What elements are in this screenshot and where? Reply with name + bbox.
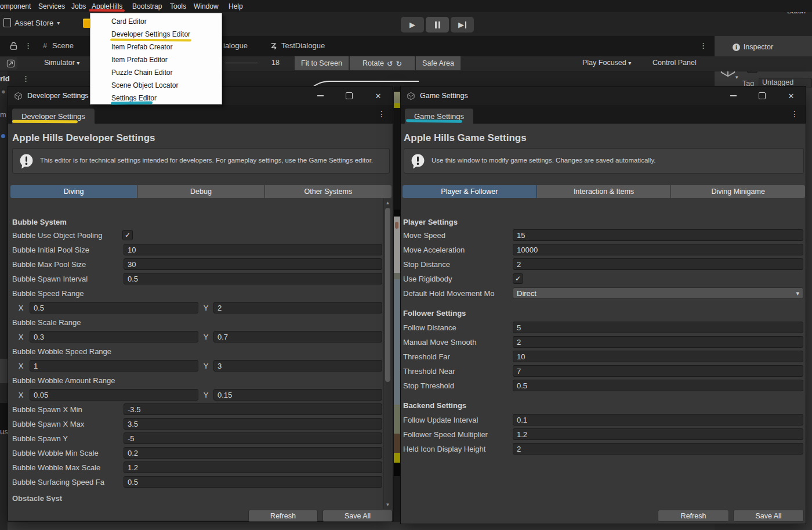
game-refresh-button[interactable]: Refresh bbox=[658, 510, 729, 522]
safe-area-button[interactable]: Safe Area bbox=[416, 56, 461, 70]
menu-item-item-prefab-editor[interactable]: Item Prefab Editor bbox=[90, 53, 222, 66]
scroll-up-icon[interactable]: ▲ bbox=[384, 200, 392, 205]
inspector-tab-label: Inspector bbox=[744, 43, 773, 51]
lock-icon[interactable] bbox=[10, 42, 17, 50]
menu-item-scene-object-locator[interactable]: Scene Object Locator bbox=[90, 79, 222, 92]
bubble-wobble-amount-x-field[interactable]: 0.05 bbox=[30, 389, 198, 401]
play-controls: ▶ ▶ bbox=[401, 17, 474, 33]
scrollbar-thumb[interactable] bbox=[385, 208, 390, 382]
scroll-down-icon[interactable]: ▼ bbox=[384, 502, 392, 507]
rotate-cw-icon[interactable]: ↻ bbox=[396, 59, 401, 68]
asset-store-button[interactable]: Asset Store ▾ bbox=[3, 18, 60, 27]
bubble-wobble-min-scale-field[interactable]: 0.2 bbox=[124, 447, 382, 459]
menu-tools[interactable]: Tools bbox=[170, 0, 186, 12]
bubble-initial-pool-field[interactable]: 10 bbox=[124, 244, 382, 255]
menu-services[interactable]: Services bbox=[38, 0, 65, 12]
tab-test-dialogue[interactable]: TestDialogue bbox=[281, 41, 325, 50]
bubble-scale-range-x-field[interactable]: 0.3 bbox=[30, 331, 198, 342]
bubble-spawn-y-field[interactable]: -5 bbox=[124, 432, 382, 444]
close-button[interactable]: ✕ bbox=[364, 86, 393, 105]
stop-distance-field[interactable]: 2 bbox=[513, 258, 803, 270]
tab-interaction-items[interactable]: Interaction & Items bbox=[537, 185, 672, 198]
minimize-button[interactable] bbox=[306, 86, 335, 105]
maximize-button[interactable] bbox=[748, 86, 777, 105]
menu-window[interactable]: Window bbox=[194, 0, 219, 12]
move-speed-field[interactable]: 15 bbox=[513, 229, 803, 241]
tab-diving-minigame[interactable]: Diving Minigame bbox=[671, 185, 805, 198]
play-focused-dropdown[interactable]: Play Focused ▾ bbox=[582, 59, 631, 67]
fit-to-screen-button[interactable]: Fit to Screen bbox=[295, 56, 349, 70]
bubble-pooling-checkbox[interactable]: ✓ bbox=[122, 230, 133, 240]
dev-save-all-button[interactable]: Save All bbox=[322, 510, 393, 522]
bubble-speed-range-x-field[interactable]: 0.5 bbox=[30, 302, 198, 313]
bubble-wobble-amount-y-field[interactable]: 0.15 bbox=[213, 389, 382, 401]
bubble-speed-range-y-field[interactable]: 2 bbox=[213, 302, 382, 313]
menu-jobs[interactable]: Jobs bbox=[71, 0, 86, 12]
x-label: X bbox=[12, 333, 30, 341]
kebab-menu-icon[interactable]: ⋮ bbox=[22, 74, 30, 83]
control-panel-button[interactable]: Control Panel bbox=[652, 59, 697, 67]
maximize-button[interactable] bbox=[335, 86, 364, 105]
dev-refresh-button[interactable]: Refresh bbox=[248, 510, 318, 522]
tab-other-systems[interactable]: Other Systems bbox=[265, 185, 392, 198]
chevron-down-icon[interactable]: ▾ bbox=[735, 74, 738, 80]
step-button[interactable]: ▶ bbox=[451, 17, 474, 33]
menu-item-item-prefab-creator[interactable]: Item Prefab Creator bbox=[90, 41, 222, 53]
bubble-surfacing-speed-field[interactable]: 0.5 bbox=[124, 476, 382, 488]
rotate-button[interactable]: Rotate ↺ ↻ bbox=[350, 56, 415, 70]
menu-item-puzzle-chain-editor[interactable]: Puzzle Chain Editor bbox=[90, 66, 222, 79]
bubble-wobble-speed-x-field[interactable]: 1 bbox=[30, 360, 198, 372]
field-label: Bubble Max Pool Size bbox=[12, 260, 124, 269]
step-icon: ▶ bbox=[458, 20, 464, 29]
bubble-wobble-max-scale-field[interactable]: 1.2 bbox=[124, 462, 382, 473]
pause-button[interactable] bbox=[426, 17, 449, 33]
kebab-menu-icon[interactable]: ⋮ bbox=[24, 41, 32, 50]
bubble-spawn-x-min-field[interactable]: -3.5 bbox=[124, 403, 382, 415]
picker-icon[interactable] bbox=[6, 59, 15, 68]
kebab-menu-icon[interactable]: ⋮ bbox=[699, 41, 707, 50]
scrollbar[interactable]: ▲ ▼ bbox=[383, 199, 392, 509]
follow-distance-field[interactable]: 5 bbox=[513, 322, 803, 333]
use-rigidbody-checkbox[interactable]: ✓ bbox=[513, 273, 523, 284]
game-helpbox: Use this window to modify game settings.… bbox=[404, 148, 804, 174]
tab-scene[interactable]: Scene bbox=[52, 41, 74, 50]
bubble-wobble-speed-y-field[interactable]: 3 bbox=[213, 360, 382, 372]
search-field-sliver[interactable] bbox=[0, 57, 17, 70]
menu-bootstrap[interactable]: Bootstrap bbox=[132, 0, 162, 12]
tab-debug[interactable]: Debug bbox=[137, 185, 264, 198]
tab-diving[interactable]: Diving bbox=[10, 185, 137, 198]
hold-movement-dropdown[interactable]: Direct ▾ bbox=[513, 287, 803, 299]
warning-icon bbox=[410, 153, 426, 169]
game-save-all-button[interactable]: Save All bbox=[733, 510, 804, 522]
bubble-spawn-interval-field[interactable]: 0.5 bbox=[124, 273, 382, 284]
tab-player-follower[interactable]: Player & Follower bbox=[403, 185, 537, 198]
minimize-button[interactable] bbox=[719, 86, 748, 105]
simulator-dropdown[interactable]: Simulator ▾ bbox=[44, 59, 79, 67]
play-button[interactable]: ▶ bbox=[401, 17, 424, 33]
bubble-scale-range-y-field[interactable]: 0.7 bbox=[213, 331, 382, 342]
game-window-titlebar[interactable]: Game Settings ✕ bbox=[401, 86, 806, 105]
threshold-near-field[interactable]: 7 bbox=[513, 365, 803, 377]
bubble-spawn-x-max-field[interactable]: 3.5 bbox=[124, 418, 382, 430]
kebab-menu-icon[interactable]: ⋮ bbox=[791, 109, 799, 118]
manual-move-smooth-field[interactable]: 2 bbox=[513, 336, 803, 348]
kebab-menu-icon[interactable]: ⋮ bbox=[378, 109, 386, 118]
scale-value[interactable]: 18 bbox=[271, 59, 280, 67]
tab-inspector[interactable]: i Inspector bbox=[716, 38, 790, 56]
menu-help[interactable]: Help bbox=[229, 0, 243, 12]
field-row: Follow Distance 5 bbox=[403, 322, 803, 333]
menu-component[interactable]: omponent bbox=[0, 0, 31, 12]
rotate-ccw-icon[interactable]: ↺ bbox=[387, 59, 393, 68]
bubble-max-pool-field[interactable]: 30 bbox=[124, 258, 382, 270]
threshold-far-field[interactable]: 10 bbox=[513, 351, 803, 362]
tab-dialogue-partial[interactable]: ialogue bbox=[223, 41, 248, 50]
move-acceleration-field[interactable]: 10000 bbox=[513, 244, 803, 255]
held-icon-display-height-field[interactable]: 2 bbox=[513, 443, 803, 455]
stop-threshold-field[interactable]: 0.5 bbox=[513, 380, 803, 391]
follower-speed-multiplier-field[interactable]: 1.2 bbox=[513, 428, 803, 440]
scale-slider[interactable] bbox=[225, 63, 258, 63]
follow-update-interval-field[interactable]: 0.1 bbox=[513, 414, 803, 426]
menu-item-settings-editor[interactable]: Settings Editor bbox=[90, 92, 222, 104]
close-button[interactable]: ✕ bbox=[777, 86, 806, 105]
menu-item-card-editor[interactable]: Card Editor bbox=[90, 15, 222, 28]
